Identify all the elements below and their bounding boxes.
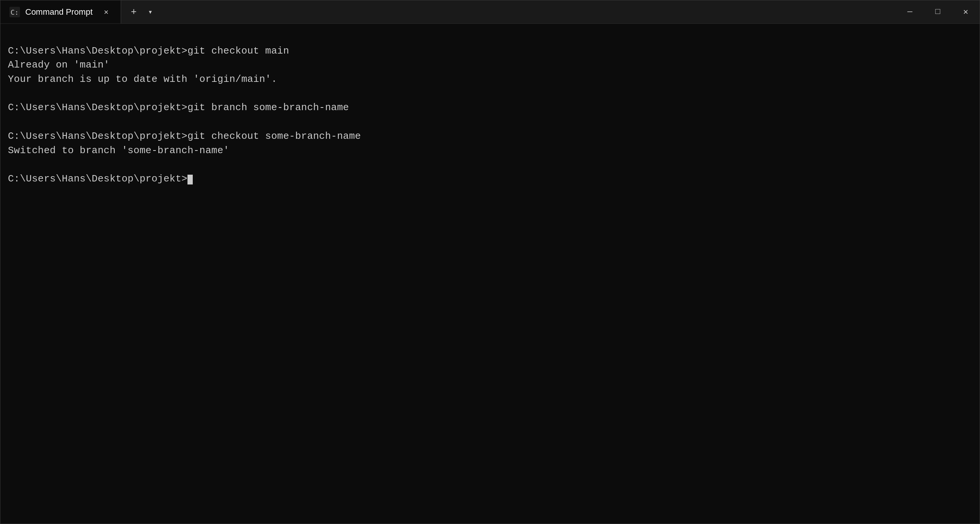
window-controls: — □ ✕ (896, 0, 980, 24)
terminal-line (8, 158, 972, 172)
terminal-line: Your branch is up to date with 'origin/m… (8, 72, 972, 87)
new-tab-button[interactable]: + (126, 4, 142, 21)
titlebar-controls: + ▾ (121, 4, 162, 21)
terminal-line: C:\Users\Hans\Desktop\projekt>git checko… (8, 129, 972, 144)
active-tab[interactable]: C: Command Prompt ✕ (0, 0, 121, 23)
terminal-line (8, 87, 972, 101)
terminal-line: C:\Users\Hans\Desktop\projekt> (8, 172, 972, 186)
terminal-line: Switched to branch 'some-branch-name' (8, 144, 972, 158)
terminal-line (8, 115, 972, 129)
tab-close-button[interactable]: ✕ (101, 7, 111, 18)
tab-dropdown-button[interactable]: ▾ (143, 4, 158, 21)
cmd-icon: C: (10, 7, 20, 18)
terminal-line: C:\Users\Hans\Desktop\projekt>git branch… (8, 101, 972, 115)
terminal-line (8, 30, 972, 44)
svg-text:C:: C: (11, 8, 19, 16)
terminal-body[interactable]: C:\Users\Hans\Desktop\projekt>git checko… (0, 24, 980, 524)
close-button[interactable]: ✕ (952, 0, 980, 24)
terminal-line: C:\Users\Hans\Desktop\projekt>git checko… (8, 44, 972, 59)
titlebar: C: Command Prompt ✕ + ▾ — □ ✕ (0, 0, 980, 24)
maximize-button[interactable]: □ (924, 0, 952, 24)
terminal-cursor (188, 175, 193, 185)
terminal-window: C: Command Prompt ✕ + ▾ — □ ✕ C:\Users\H… (0, 0, 980, 524)
tab-title-label: Command Prompt (25, 7, 93, 17)
terminal-line: Already on 'main' (8, 58, 972, 72)
minimize-button[interactable]: — (896, 0, 924, 24)
